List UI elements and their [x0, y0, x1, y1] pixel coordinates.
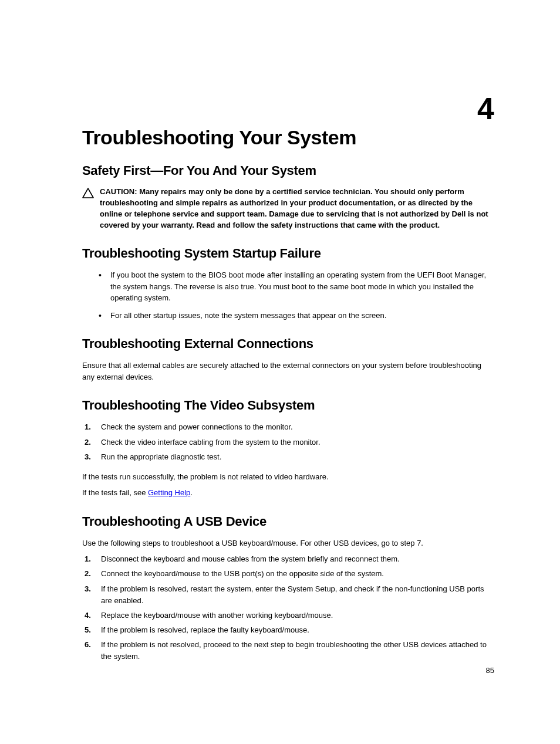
chapter-number: 4	[477, 91, 494, 126]
caution-block: CAUTION: Many repairs may only be done b…	[82, 187, 494, 231]
list-item: If the problem is not resolved, proceed …	[82, 639, 494, 662]
caution-triangle-icon	[82, 188, 94, 201]
video-steps-list: Check the system and power connections t…	[82, 421, 494, 462]
section-heading-video: Troubleshooting The Video Subsystem	[82, 398, 494, 413]
page-number: 85	[486, 666, 494, 675]
getting-help-link[interactable]: Getting Help	[148, 488, 190, 497]
list-item: If the problem is resolved, replace the …	[82, 624, 494, 636]
usb-steps-list: Disconnect the keyboard and mouse cables…	[82, 553, 494, 662]
video-after-text-2: If the tests fail, see Getting Help.	[82, 487, 494, 499]
section-heading-usb: Troubleshooting A USB Device	[82, 514, 494, 529]
section-heading-startup: Troubleshooting System Startup Failure	[82, 246, 494, 261]
video-after-suffix: .	[190, 488, 193, 497]
list-item: Disconnect the keyboard and mouse cables…	[82, 553, 494, 565]
list-item: Run the appropriate diagnostic test.	[82, 451, 494, 463]
caution-text: CAUTION: Many repairs may only be done b…	[100, 187, 494, 231]
startup-bullet-list: If you boot the system to the BIOS boot …	[82, 269, 494, 321]
list-item: If you boot the system to the BIOS boot …	[82, 269, 494, 304]
video-after-text-1: If the tests run successfully, the probl…	[82, 471, 494, 483]
list-item: For all other startup issues, note the s…	[82, 310, 494, 322]
section-heading-external: Troubleshooting External Connections	[82, 336, 494, 351]
document-page: 4 Troubleshooting Your System Safety Fir…	[0, 0, 560, 744]
list-item: If the problem is resolved, restart the …	[82, 583, 494, 607]
list-item: Check the video interface cabling from t…	[82, 437, 494, 448]
list-item: Replace the keyboard/mouse with another …	[82, 610, 494, 621]
page-title: Troubleshooting Your System	[82, 126, 494, 149]
usb-intro: Use the following steps to troubleshoot …	[82, 537, 494, 549]
video-after-prefix: If the tests fail, see	[82, 488, 148, 497]
caution-label: CAUTION:	[100, 187, 139, 196]
caution-body: Many repairs may only be done by a certi…	[100, 187, 488, 229]
list-item: Check the system and power connections t…	[82, 421, 494, 433]
section-heading-safety: Safety First—For You And Your System	[82, 163, 494, 178]
list-item: Connect the keyboard/mouse to the USB po…	[82, 568, 494, 580]
external-body: Ensure that all external cables are secu…	[82, 360, 494, 383]
